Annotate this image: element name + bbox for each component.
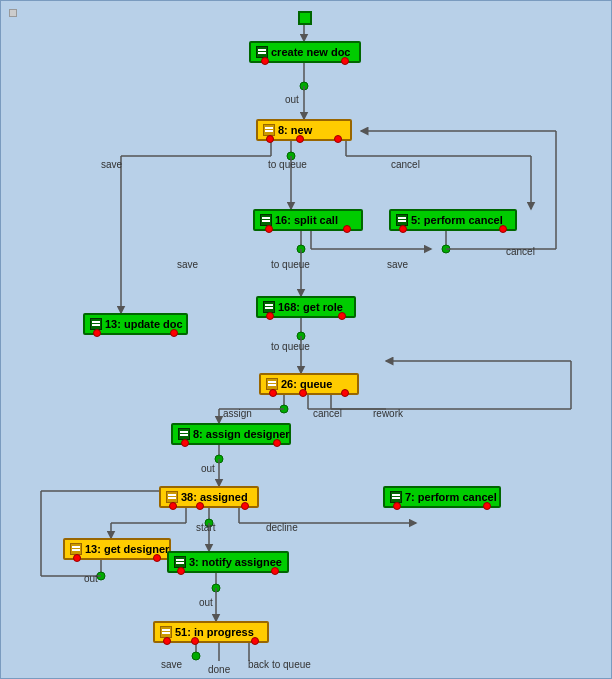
dot-right-create [341, 57, 349, 65]
label-cancel1: cancel [391, 159, 420, 170]
node-label-3-notify: 3: notify assignee [189, 556, 282, 568]
node-168-get-role[interactable]: 168: get role [256, 296, 356, 318]
label-save4: save [161, 659, 182, 670]
svg-point-24 [297, 332, 305, 340]
node-16-split-call[interactable]: 16: split call [253, 209, 363, 231]
label-decline: decline [266, 522, 298, 533]
label-out1: out [285, 94, 299, 105]
node-7-perform-cancel[interactable]: 7: perform cancel [383, 486, 501, 508]
dot-left-13designer [73, 554, 81, 562]
label-cancel3: cancel [313, 408, 342, 419]
dot-right-26queue [341, 389, 349, 397]
label-save1: save [101, 159, 122, 170]
start-node [298, 11, 312, 25]
svg-point-27 [280, 405, 288, 413]
node-51-in-progress[interactable]: 51: in progress [153, 621, 269, 643]
node-label-create: create new doc [271, 46, 350, 58]
node-13-update-doc[interactable]: 13: update doc [83, 313, 188, 335]
label-save3: save [387, 259, 408, 270]
dot-left-5cancel [399, 225, 407, 233]
label-out3: out [84, 573, 98, 584]
dot-left-8assign [181, 439, 189, 447]
dot-left-51progress [163, 637, 171, 645]
label-to-queue2: to queue [271, 259, 310, 270]
dot-mid-51progress [191, 637, 199, 645]
dot-right-5cancel [499, 225, 507, 233]
node-5-perform-cancel[interactable]: 5: perform cancel [389, 209, 517, 231]
dot-right-168role [338, 312, 346, 320]
dot-left-3notify [177, 567, 185, 575]
label-save2: save [177, 259, 198, 270]
dot-right-16split [343, 225, 351, 233]
label-cancel2: cancel [506, 246, 535, 257]
dot-mid-38assigned [196, 502, 204, 510]
dot-mid-8new [296, 135, 304, 143]
node-label-13-update: 13: update doc [105, 318, 183, 330]
node-label-38-assigned: 38: assigned [181, 491, 248, 503]
label-rework: rework [373, 408, 403, 419]
dot-left-13update [93, 329, 101, 337]
dot-right-3notify [271, 567, 279, 575]
dot-right-38assigned [241, 502, 249, 510]
corner-marker-tl [9, 9, 17, 17]
node-38-assigned[interactable]: 38: assigned [159, 486, 259, 508]
node-label-7-cancel: 7: perform cancel [405, 491, 497, 503]
dot-left-38assigned [169, 502, 177, 510]
label-to-queue1: to queue [268, 159, 307, 170]
node-label-16-split: 16: split call [275, 214, 338, 226]
node-create-new-doc[interactable]: create new doc [249, 41, 361, 63]
dot-right-7cancel [483, 502, 491, 510]
dot-right-8assign [273, 439, 281, 447]
node-26-queue[interactable]: 26: queue [259, 373, 359, 395]
node-label-8-new: 8: new [278, 124, 312, 136]
node-label-5-cancel: 5: perform cancel [411, 214, 503, 226]
dot-left-16split [265, 225, 273, 233]
dot-right-51progress [251, 637, 259, 645]
node-3-notify-assignee[interactable]: 3: notify assignee [167, 551, 289, 573]
dot-left-168role [266, 312, 274, 320]
svg-point-2 [300, 82, 308, 90]
node-label-26-queue: 26: queue [281, 378, 332, 390]
dot-left-8new [266, 135, 274, 143]
node-13-get-designer[interactable]: 13: get designer [63, 538, 171, 560]
node-label-51-progress: 51: in progress [175, 626, 254, 638]
workflow-canvas: create new doc out 8: new save to queue … [0, 0, 612, 679]
node-8-new[interactable]: 8: new [256, 119, 352, 141]
svg-point-48 [97, 572, 105, 580]
dot-right-13update [170, 329, 178, 337]
svg-point-14 [297, 245, 305, 253]
label-assign: assign [223, 408, 252, 419]
svg-point-17 [442, 245, 450, 253]
dot-right-8new [334, 135, 342, 143]
dot-left-create [261, 57, 269, 65]
svg-point-53 [212, 584, 220, 592]
label-done: done [208, 664, 230, 675]
svg-point-37 [215, 455, 223, 463]
label-out2: out [201, 463, 215, 474]
node-8-assign-designer[interactable]: 8: assign designer [171, 423, 291, 445]
dot-left-26queue [269, 389, 277, 397]
label-out4: out [199, 597, 213, 608]
svg-point-56 [192, 652, 200, 660]
node-label-168-role: 168: get role [278, 301, 343, 313]
label-start1: start [196, 522, 215, 533]
label-back-to-queue: back to queue [248, 659, 311, 670]
dot-mid-26queue [299, 389, 307, 397]
dot-right-13designer [153, 554, 161, 562]
label-to-queue3: to queue [271, 341, 310, 352]
dot-left-7cancel [393, 502, 401, 510]
